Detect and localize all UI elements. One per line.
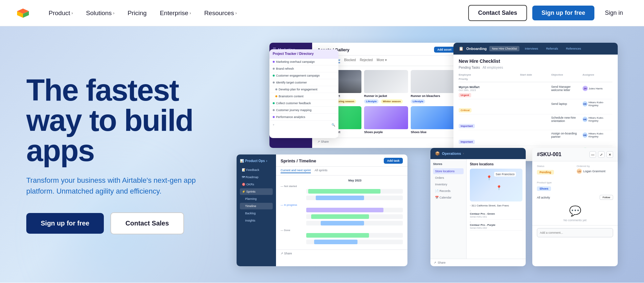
sku-content: Status Pending Ordered by LG Logan Granm…: [532, 161, 618, 225]
gantt-row-7: [281, 240, 403, 244]
po-content: May 2023 — Not started: [276, 176, 407, 249]
gantt-row-3: [281, 208, 403, 212]
onboarding-icon: 📋: [459, 46, 464, 51]
signup-nav-button[interactable]: Sign up for free: [532, 6, 594, 20]
map-city-label: San Francisco: [494, 172, 516, 177]
sku-ordered-by-value: Logan Granmont: [583, 170, 606, 173]
sku-product-type-label: Product type: [537, 181, 613, 184]
product-chevron-icon: ›: [71, 11, 73, 15]
sku-no-comments: 💬 No comments yet: [537, 205, 613, 222]
tab-references[interactable]: References: [563, 46, 584, 51]
ops-item-calendar: 📅 Calendar: [433, 195, 464, 200]
th-priority: Priority: [459, 78, 518, 81]
hero-subtitle: Transform your business with Airtable's …: [26, 175, 197, 197]
sku-status-label: Status: [537, 165, 573, 168]
asset-card-shoes-purple: Shoes purple: [364, 106, 408, 134]
sku-fields-top: Status Pending Ordered by LG Logan Granm…: [537, 165, 613, 178]
onboarding-main-title: New Hire Checklist: [459, 59, 612, 64]
sku-follow-button[interactable]: Follow: [600, 195, 613, 200]
tab-new-hire-checklist[interactable]: New Hire Checklist: [489, 46, 519, 51]
proj-item-7: Collect customer feedback: [269, 100, 338, 107]
map-marker-2: 📍: [496, 185, 502, 190]
sku-expand-button[interactable]: ⤢: [598, 151, 605, 158]
ops-sidebar-title: Stores: [433, 162, 464, 166]
asset-label-shoes-purple: Shoes purple: [364, 130, 408, 134]
onboarding-table-header: Employee Start date Objective Assignee P…: [459, 72, 612, 82]
nav-item-resources[interactable]: Resources ›: [199, 7, 242, 19]
tab-interviews[interactable]: Interviews: [522, 46, 541, 51]
logo[interactable]: [16, 6, 30, 20]
asset-tag-lifestyle-2: Lifestyle: [364, 99, 379, 104]
tab-more[interactable]: More ▾: [377, 58, 387, 63]
in-progress-section: — In progress: [281, 203, 403, 225]
sku-product-type-value: Shoes: [537, 186, 551, 191]
nav-item-pricing[interactable]: Pricing: [122, 7, 152, 19]
product-ops-sidebar-title: 📊 Product Ops ›: [240, 159, 273, 163]
tab-blocked[interactable]: Blocked: [344, 58, 356, 63]
ob-row-4: Assign on-boarding partner HK Hikaru Kub…: [459, 130, 612, 146]
project-tracker-panel: Project Tracker / Directory Marketing ov…: [269, 49, 338, 138]
sku-all-activity-label: All activity: [537, 196, 550, 199]
ops-content-title: Store locations: [470, 162, 522, 166]
operations-header-title: Operations: [442, 152, 461, 155]
nav-item-enterprise[interactable]: Enterprise ›: [154, 7, 196, 19]
nav-item-solutions[interactable]: Solutions ›: [81, 7, 120, 19]
tab-rejected[interactable]: Rejected: [360, 58, 373, 63]
ob-row-2: Send laptop HK Hikaru Kubo-Kingsley Crit…: [459, 99, 612, 114]
hero-section: The fastest way to build apps Transform …: [0, 26, 644, 283]
contact-hero-button[interactable]: Contact Sales: [110, 212, 184, 234]
ops-sidebar: Stores Store locations Orders Inventory …: [430, 159, 467, 259]
add-asset-button[interactable]: Add asset: [434, 47, 455, 53]
done-label: — Done: [281, 229, 403, 232]
ops-item-store-locations: Store locations: [433, 168, 464, 174]
asset-tag-winter: Winter season: [381, 99, 403, 104]
add-task-button[interactable]: Add task: [384, 158, 403, 164]
proj-item-4: Identify target customer: [269, 79, 338, 86]
onboarding-pending-label: Pending Tasks All employees: [459, 66, 612, 69]
share-bar-marketing: ↗ Share: [312, 138, 460, 145]
tab-current-sprint[interactable]: Current and next sprint: [281, 169, 311, 173]
signup-hero-button[interactable]: Sign up for free: [26, 213, 104, 234]
sku-controls: — ⤢ ✕: [589, 151, 613, 158]
hero-right: ☰ Marketing 📢 Campaigns 📋 Requests 💰 Bud…: [237, 43, 618, 266]
nav-item-product[interactable]: Product ›: [43, 7, 78, 19]
sku-activity-header: All activity Follow: [537, 195, 613, 200]
po-sidebar-feedback: 📝 Feedback: [240, 167, 273, 173]
gantt-row-4: [281, 214, 403, 219]
sku-product-type-field: Product type Shoes: [537, 181, 613, 191]
asset-label-runner-bleachers: Runner on bleachers: [411, 94, 455, 98]
gantt-row-1: [281, 189, 403, 194]
gantt-row-6: [281, 233, 403, 238]
sku-status-value: Pending: [537, 170, 554, 175]
th-assignee: Assignee: [583, 73, 612, 76]
sku-close-button[interactable]: ✕: [607, 151, 613, 158]
onboarding-header-title: Onboarding: [466, 47, 487, 51]
gantt-row-2: [281, 196, 403, 200]
map-marker-1: 📍: [486, 175, 492, 180]
po-sidebar-planning: Planning: [240, 196, 273, 202]
nav-actions: Contact Sales Sign up for free Sign in: [468, 5, 628, 21]
ops-item-records: 📄 Records: [433, 188, 464, 194]
po-header: Sprints / Timeline Add task: [276, 154, 407, 167]
po-sidebar-timeline: Timeline: [240, 203, 273, 209]
tab-all-sprints[interactable]: All sprints: [315, 169, 328, 173]
ops-item-orders: Orders: [433, 175, 464, 181]
proj-item-9: Performance analytics: [269, 114, 338, 121]
proj-item-3: Customer engagement campaign: [269, 72, 338, 79]
sku-minimize-button[interactable]: —: [589, 151, 596, 158]
th-start-date: Start date: [520, 73, 550, 76]
sku-panel: #SKU-001 — ⤢ ✕ Status Pending Ordered by: [532, 148, 618, 266]
no-comments-icon: 💬: [537, 205, 613, 217]
signin-button[interactable]: Sign in: [600, 7, 628, 19]
in-progress-label: — In progress: [281, 203, 403, 206]
contact-sales-button[interactable]: Contact Sales: [468, 5, 527, 21]
asset-tag-lifestyle-3: Lifestyle: [411, 99, 425, 104]
onboarding-header: 📋 Onboarding New Hire Checklist Intervie…: [453, 43, 618, 55]
tab-referrals[interactable]: Referrals: [543, 46, 561, 51]
ordered-by-avatar: LG: [577, 169, 582, 174]
project-footer: + 🔍: [269, 121, 338, 129]
proj-item-1: Marketing overhaul campaign: [269, 59, 338, 65]
add-comment-input[interactable]: [537, 228, 613, 237]
ops-item-inventory: Inventory: [433, 181, 464, 187]
solutions-chevron-icon: ›: [113, 11, 114, 15]
